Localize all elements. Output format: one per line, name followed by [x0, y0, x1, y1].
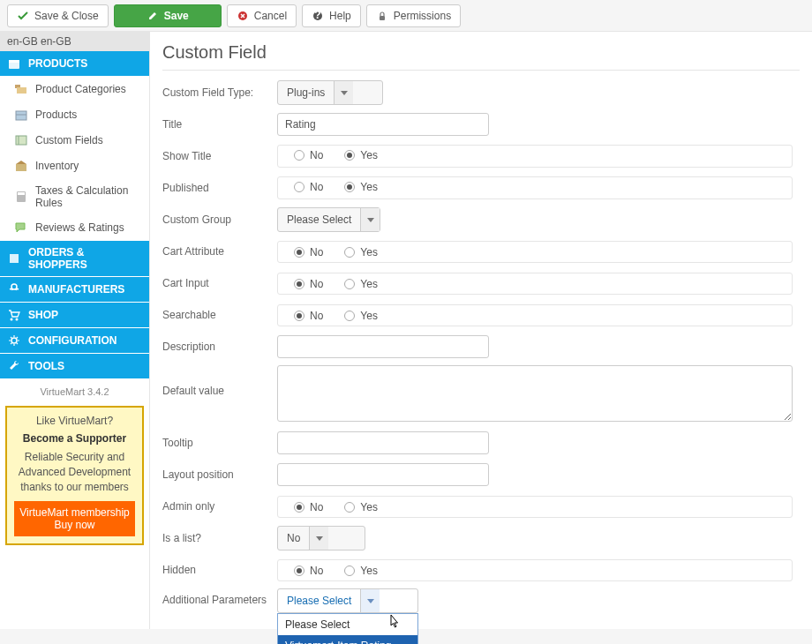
hidden-no-radio[interactable]: No: [294, 565, 323, 577]
radio-dot-icon: [294, 565, 304, 576]
check-icon: [17, 10, 29, 22]
sidebar-item-orders-shoppers[interactable]: ORDERS & SHOPPERS: [0, 241, 149, 277]
locale-label: en-GB en-GB: [0, 32, 149, 51]
description-input[interactable]: [277, 335, 489, 358]
cart_input-yes-radio[interactable]: Yes: [344, 278, 378, 290]
admin_only-no-radio[interactable]: No: [294, 501, 323, 513]
dropdown-option[interactable]: Virtuemart-Item Rating: [278, 635, 417, 644]
searchable-radio-group: NoYes: [277, 304, 793, 326]
svg-point-18: [11, 338, 17, 343]
radio-label: Yes: [360, 501, 378, 513]
cart_input-radio-group: NoYes: [277, 273, 793, 295]
permissions-label: Permissions: [394, 10, 451, 22]
sidebar-item-label: CONFIGURATION: [28, 334, 117, 347]
permissions-button[interactable]: Permissions: [366, 4, 461, 27]
sidebar-item-shop[interactable]: SHOP: [0, 303, 149, 328]
show_title-yes-radio[interactable]: Yes: [344, 149, 378, 161]
svg-rect-3: [380, 16, 385, 20]
label-searchable: Searchable: [162, 309, 277, 321]
chevron-down-icon: [360, 208, 380, 231]
custom-group-select[interactable]: Please Select: [277, 207, 380, 232]
radio-label: Yes: [360, 278, 378, 290]
nav-icon: [7, 251, 21, 266]
svg-point-16: [11, 318, 13, 321]
sidebar-item-reviews-ratings[interactable]: Reviews & Ratings: [0, 215, 149, 241]
type-select[interactable]: Plug-ins: [277, 80, 383, 105]
is-list-select[interactable]: No: [277, 526, 365, 550]
hidden-radio-group: NoYes: [277, 559, 793, 581]
default-value-textarea[interactable]: [277, 365, 793, 422]
cancel-label: Cancel: [254, 10, 287, 22]
sidebar-item-label: TOOLS: [28, 360, 64, 372]
sidebar-item-custom-fields[interactable]: Custom Fields: [0, 128, 149, 154]
promo-line2: Become a Supporter: [14, 432, 135, 445]
sidebar-item-manufacturers[interactable]: MANUFACTURERS: [0, 277, 149, 303]
nav-icon: [14, 133, 28, 147]
searchable-no-radio[interactable]: No: [294, 310, 323, 322]
radio-dot-icon: [294, 182, 304, 192]
published-yes-radio[interactable]: Yes: [344, 181, 378, 193]
promo-cta[interactable]: VirtueMart membership Buy now: [14, 501, 135, 536]
additional-value: Please Select: [278, 595, 360, 607]
nav-icon: [7, 333, 21, 348]
label-layout-position: Layout position: [162, 468, 277, 481]
label-admin-only: Admin only: [162, 500, 277, 513]
promo-line3: Reliable Security and Advanced Developme…: [14, 450, 135, 494]
radio-label: Yes: [360, 246, 378, 258]
chevron-down-icon: [334, 81, 353, 104]
sidebar-item-products[interactable]: Products: [0, 102, 149, 128]
svg-rect-8: [16, 111, 26, 120]
radio-dot-icon: [294, 247, 304, 258]
show_title-no-radio[interactable]: No: [294, 149, 323, 161]
label-cart-attribute: Cart Attribute: [162, 245, 277, 258]
hidden-yes-radio[interactable]: Yes: [344, 565, 378, 577]
radio-label: Yes: [360, 310, 378, 322]
title-input[interactable]: [277, 113, 489, 136]
save-button[interactable]: Save: [114, 4, 222, 27]
sidebar-item-label: Inventory: [35, 160, 79, 172]
sidebar-item-inventory[interactable]: Inventory: [0, 154, 149, 179]
cart_attribute-yes-radio[interactable]: Yes: [344, 246, 378, 258]
pencil-icon: [147, 10, 159, 22]
chevron-down-icon: [360, 589, 380, 612]
radio-dot-icon: [294, 502, 304, 513]
type-select-value: Plug-ins: [278, 86, 334, 99]
admin_only-yes-radio[interactable]: Yes: [344, 501, 378, 513]
svg-rect-15: [10, 254, 19, 263]
radio-label: No: [310, 565, 323, 577]
save-close-label: Save & Close: [34, 10, 99, 22]
sidebar-item-product-categories[interactable]: Product Categories: [0, 77, 149, 102]
promo-box: Like VirtueMart? Become a Supporter Reli…: [5, 406, 144, 545]
published-radio-group: NoYes: [277, 176, 793, 199]
cancel-button[interactable]: Cancel: [227, 4, 297, 27]
radio-dot-icon: [344, 502, 355, 513]
additional-select[interactable]: Please Select: [277, 588, 418, 613]
svg-rect-12: [16, 164, 26, 171]
save-close-button[interactable]: Save & Close: [7, 4, 109, 27]
is-list-value: No: [278, 532, 309, 544]
page-title: Custom Field: [162, 35, 800, 71]
cart_attribute-no-radio[interactable]: No: [294, 246, 323, 258]
promo-cta-line1: VirtueMart membership: [16, 506, 133, 519]
radio-label: No: [310, 310, 323, 322]
cancel-icon: [237, 10, 249, 22]
sidebar-item-configuration[interactable]: CONFIGURATION: [0, 328, 149, 354]
cart_input-no-radio[interactable]: No: [294, 278, 323, 290]
radio-dot-icon: [344, 150, 355, 161]
sidebar-item-tools[interactable]: TOOLS: [0, 354, 149, 379]
published-no-radio[interactable]: No: [294, 181, 323, 193]
sidebar-item-label: PRODUCTS: [28, 57, 87, 70]
sidebar-item-products[interactable]: PRODUCTS: [0, 51, 149, 77]
sidebar-item-taxes-calculation-rules[interactable]: Taxes & Calculation Rules: [0, 179, 149, 215]
layout-position-input[interactable]: [277, 463, 489, 486]
help-button[interactable]: ? Help: [302, 4, 361, 27]
label-cart-input: Cart Input: [162, 277, 277, 289]
radio-dot-icon: [344, 311, 355, 321]
tooltip-input[interactable]: [277, 431, 489, 454]
save-label: Save: [164, 10, 189, 22]
sidebar-item-label: Custom Fields: [35, 134, 103, 146]
searchable-yes-radio[interactable]: Yes: [344, 310, 378, 322]
radio-dot-icon: [294, 279, 304, 289]
chevron-down-icon: [309, 527, 328, 550]
help-icon: ?: [312, 10, 324, 22]
